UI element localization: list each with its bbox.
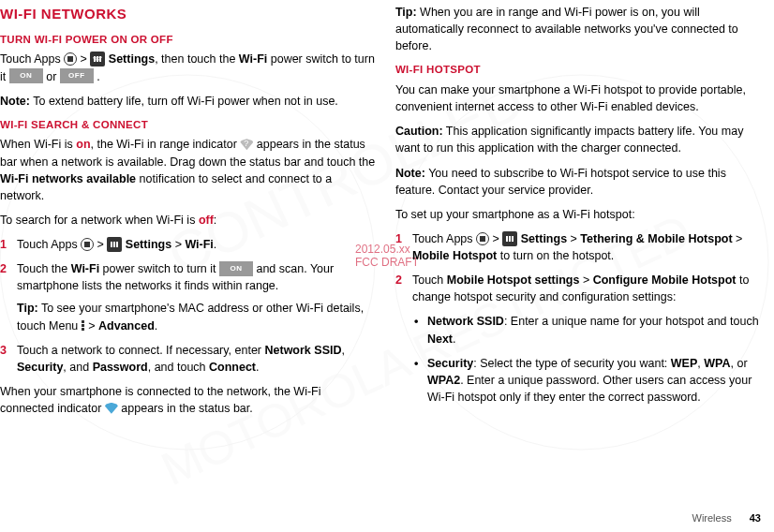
toggle-on: ON xyxy=(219,261,253,276)
svg-rect-14 xyxy=(509,236,511,242)
bullet-ssid: Network SSID: Enter a unique name for yo… xyxy=(412,313,765,347)
toggle-off: OFF xyxy=(60,68,94,83)
svg-rect-15 xyxy=(512,236,514,242)
settings-icon xyxy=(107,237,122,252)
wifi-connected-icon xyxy=(105,403,118,414)
svg-rect-8 xyxy=(97,59,99,61)
heading-wifi-networks: Wi-Fi networks xyxy=(0,4,377,24)
hotspot-config-list: Network SSID: Enter a unique name for yo… xyxy=(412,313,765,406)
steps-search: 1 Touch Apps > Settings > Wi-Fi. 2 Touch… xyxy=(0,236,377,376)
heading-search-connect: Wi-Fi search & connect xyxy=(0,117,377,133)
svg-rect-11 xyxy=(113,242,115,247)
bullet-security: Security: Select the type of security yo… xyxy=(412,355,765,406)
para-hotspot-intro: You can make your smartphone a Wi-Fi hot… xyxy=(395,81,765,115)
step-3: 3 Touch a network to connect. If necessa… xyxy=(0,342,377,376)
menu-icon xyxy=(82,319,85,332)
svg-rect-9 xyxy=(99,57,102,59)
step-2: 2 Touch the Wi-Fi power switch to turn i… xyxy=(0,260,377,334)
toggle-on: ON xyxy=(9,68,43,83)
svg-rect-13 xyxy=(506,236,508,242)
para-wifi-off: To search for a network when Wi-Fi is of… xyxy=(0,212,377,229)
heading-turn-wifi: Turn Wi-Fi power on or off xyxy=(0,32,377,48)
step-1: 1 Touch Apps > Settings > Wi-Fi. xyxy=(0,236,377,253)
wifi-inrange-icon xyxy=(240,139,253,150)
svg-rect-10 xyxy=(111,242,112,247)
svg-rect-12 xyxy=(116,242,118,247)
heading-hotspot: Wi-Fi hotspot xyxy=(395,62,765,78)
settings-icon xyxy=(90,52,105,66)
para-hotspot-setup: To set up your smartphone as a Wi-Fi hot… xyxy=(395,206,765,223)
hotspot-step-2: 2 Touch Mobile Hotspot settings > Config… xyxy=(395,272,765,406)
left-column: Wi-Fi networks Turn Wi-Fi power on or of… xyxy=(0,4,377,506)
tip-autoreconnect: Tip: When you are in range and Wi-Fi pow… xyxy=(395,4,765,54)
para-wifi-on: When Wi-Fi is on, the Wi-Fi in range ind… xyxy=(0,136,377,204)
apps-icon xyxy=(476,232,489,245)
svg-rect-7 xyxy=(94,57,97,59)
settings-icon xyxy=(502,231,517,246)
hotspot-step-1: 1 Touch Apps > Settings > Tethering & Mo… xyxy=(395,230,765,264)
apps-icon xyxy=(64,52,77,66)
footer-page-number: 43 xyxy=(750,512,761,524)
svg-rect-4 xyxy=(94,56,96,62)
caution-hotspot: Caution: This application significantly … xyxy=(395,123,765,156)
right-column: Tip: When you are in range and Wi-Fi pow… xyxy=(395,4,765,506)
tip-mac: Tip: To see your smartphone's MAC addres… xyxy=(17,300,377,333)
note-hotspot: Note: You need to subscribe to Wi-Fi hot… xyxy=(395,165,765,199)
page-footer: Wireless 43 xyxy=(692,511,761,526)
steps-hotspot: 1 Touch Apps > Settings > Tethering & Mo… xyxy=(395,230,765,406)
para-turn-wifi: Touch Apps > Settings, then touch the Wi… xyxy=(0,51,377,84)
footer-section: Wireless xyxy=(692,512,732,524)
apps-icon xyxy=(81,238,94,251)
para-connected: When your smartphone is connected to the… xyxy=(0,383,377,417)
note-battery: Note: To extend battery life, turn off W… xyxy=(0,93,377,110)
